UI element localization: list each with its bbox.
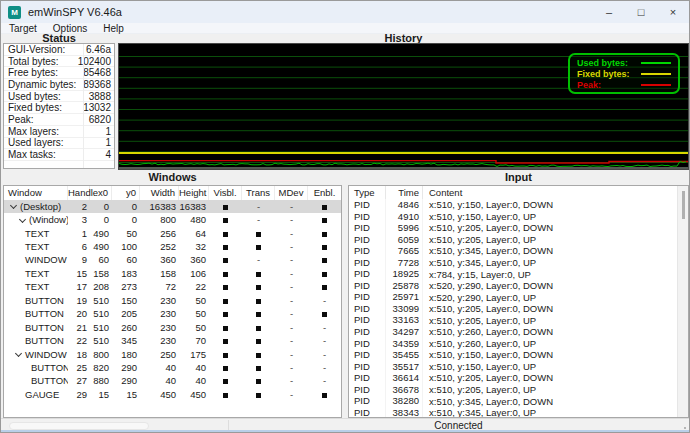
chevron-down-icon[interactable] [13, 349, 25, 359]
cell-width: 250 [140, 349, 179, 360]
table-row[interactable]: GAUGE291515450450- [4, 388, 341, 401]
cell-trans [242, 322, 275, 333]
window-name-cell: BUTTON [4, 308, 68, 319]
cell-height: 32 [179, 241, 209, 252]
input-type: PID [349, 234, 386, 246]
cell-mdev: - [275, 201, 308, 212]
checked-square-icon [223, 245, 228, 250]
table-row[interactable]: TEXT15158183158106- [4, 267, 341, 280]
input-time: 7665 [386, 245, 423, 257]
table-row[interactable]: BUTTON258202904040-- [4, 361, 341, 374]
checked-square-icon [223, 366, 228, 371]
status-label: Free bytes: [8, 67, 58, 78]
cell-width: 72 [140, 281, 179, 292]
cell-enbl: - [308, 349, 341, 360]
checked-square-icon [322, 218, 327, 223]
input-time: 18925 [386, 268, 423, 280]
status-label: GUI-Version: [8, 44, 65, 55]
input-content: x:510, y:345, Layer:0, UP [423, 257, 688, 268]
checked-square-icon [256, 353, 261, 358]
close-icon[interactable]: × [657, 1, 689, 23]
status-label: Fixed bytes: [8, 102, 62, 113]
window-name-cell: BUTTON [4, 362, 68, 373]
cell-trans [242, 308, 275, 319]
cell-handle: 6 [68, 241, 90, 252]
dash: - [323, 322, 326, 333]
input-scrollbar[interactable] [677, 186, 688, 417]
table-row[interactable]: TEXT14905025664- [4, 226, 341, 239]
checked-square-icon [322, 285, 327, 290]
window-name-cell: WINDOW [4, 349, 68, 360]
cell-enbl [308, 308, 341, 319]
window-name-cell: TEXT [4, 268, 68, 279]
checked-square-icon [223, 312, 228, 317]
window-name: WINDOW [25, 254, 67, 265]
input-content: x:784, y:15, Layer:0, UP [423, 269, 688, 280]
checked-square-icon [322, 393, 327, 398]
dash: - [323, 335, 326, 346]
input-content: x:510, y:205, Layer:0, DOWN [423, 222, 688, 233]
column-header-window: Window [4, 186, 68, 200]
cell-width: 450 [140, 389, 179, 400]
input-type: PID [349, 257, 386, 269]
input-type: PID [349, 303, 386, 315]
table-row[interactable]: (Window)300800480-- [4, 213, 341, 226]
chevron-down-icon[interactable] [17, 215, 29, 225]
checked-square-icon [223, 379, 228, 384]
menu-item-help[interactable]: Help [95, 23, 132, 34]
input-content: x:520, y:290, Layer:0, UP [423, 292, 688, 303]
table-row[interactable]: BUTTON1951015023050-- [4, 294, 341, 307]
input-row: PID34297x:510, y:260, Layer:0, DOWN [349, 326, 688, 338]
table-row[interactable]: WINDOW96060360360-- [4, 253, 341, 266]
column-header-handle: Handle [68, 186, 90, 200]
table-row[interactable]: BUTTON278802904040-- [4, 374, 341, 387]
status-value: 3888 [89, 91, 111, 102]
input-content: x:510, y:345, Layer:0, DOWN [423, 245, 688, 256]
maximize-icon[interactable]: □ [625, 1, 657, 23]
cell-height: 50 [179, 308, 209, 319]
column-header-content: Content [423, 186, 688, 199]
status-value: 1 [105, 126, 111, 137]
window-name: BUTTON [31, 375, 68, 386]
dash: - [257, 214, 260, 225]
input-time: 25971 [386, 291, 423, 303]
dash: - [290, 254, 293, 265]
menu-item-target[interactable]: Target [1, 23, 45, 34]
cell-x0: 510 [90, 295, 112, 306]
table-row[interactable]: BUTTON2151026023050-- [4, 320, 341, 333]
status-row: Free bytes:85468 [4, 67, 114, 79]
table-row[interactable]: (Desktop)2001638316383-- [4, 200, 341, 213]
input-scrollbar-thumb[interactable] [682, 191, 685, 219]
cell-x0: 820 [90, 362, 112, 373]
cell-visbl [209, 281, 242, 292]
cell-height: 40 [179, 362, 209, 373]
window-name-cell: TEXT [4, 241, 68, 252]
window-name-cell: BUTTON [4, 335, 68, 346]
cell-height: 22 [179, 281, 209, 292]
table-row[interactable]: BUTTON2051020523050- [4, 307, 341, 320]
table-row[interactable]: TEXT649010025232- [4, 240, 341, 253]
checked-square-icon [322, 205, 327, 210]
checked-square-icon [223, 299, 228, 304]
cell-trans: - [242, 201, 275, 212]
table-row[interactable]: WINDOW18800180250175-- [4, 347, 341, 360]
cell-y0: 290 [112, 362, 140, 373]
cell-trans [242, 295, 275, 306]
input-row: PID38280x:510, y:345, Layer:0, DOWN [349, 395, 688, 407]
table-row[interactable]: BUTTON2251034523070-- [4, 334, 341, 347]
minimize-icon[interactable]: – [593, 1, 625, 23]
cell-height: 50 [179, 295, 209, 306]
input-time: 5996 [386, 222, 423, 234]
input-content: x:510, y:345, Layer:0, UP [423, 407, 688, 418]
cell-width: 252 [140, 241, 179, 252]
chevron-down-icon[interactable] [8, 201, 20, 211]
cell-width: 158 [140, 268, 179, 279]
dash: - [290, 228, 293, 239]
window-name-cell: GAUGE [4, 389, 68, 400]
input-row: PID18925x:784, y:15, Layer:0, UP [349, 268, 688, 280]
input-type: PID [349, 338, 386, 350]
history-legend: Used bytes:Fixed bytes:Peak: [568, 53, 680, 94]
table-row[interactable]: TEXT172082737222- [4, 280, 341, 293]
cell-enbl [308, 281, 341, 292]
resize-grip-icon[interactable] [684, 427, 686, 429]
